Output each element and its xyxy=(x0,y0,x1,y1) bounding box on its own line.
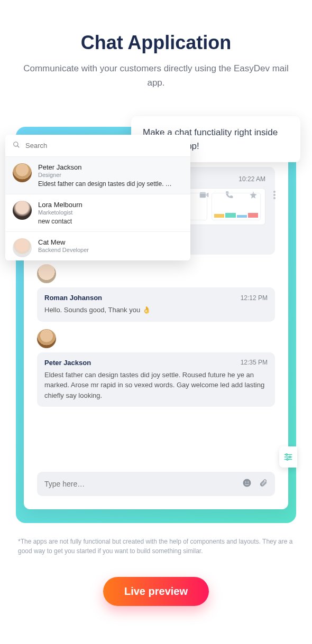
message-body: Eldest father can design tastes did joy … xyxy=(44,370,268,401)
emoji-icon[interactable] xyxy=(242,478,252,490)
more-icon[interactable] xyxy=(273,191,276,201)
hero: Chat Application Communicate with your c… xyxy=(0,0,312,106)
sender-name: Peter Jackson xyxy=(44,359,91,367)
svg-point-4 xyxy=(243,479,251,487)
contact-name: Cat Mew xyxy=(38,238,183,246)
message-group: Peter Jackson 12:35 PM Eldest father can… xyxy=(37,329,275,407)
message-bubble: Roman Johanson 12:12 PM Hello. Sounds go… xyxy=(37,287,275,322)
contact-item[interactable]: Cat Mew Backend Developer xyxy=(5,231,190,260)
message-input[interactable] xyxy=(44,480,235,488)
contacts-panel: Peter Jackson Designer Eldest father can… xyxy=(5,135,190,260)
live-preview-button[interactable]: Live preview xyxy=(103,577,209,606)
search-row xyxy=(5,135,190,156)
attach-icon[interactable] xyxy=(259,478,268,490)
contact-last: Eldest father can design tastes did joy … xyxy=(38,180,183,188)
contact-name: Lora Melbourn xyxy=(38,201,183,209)
composer xyxy=(37,472,275,496)
message-bubble: Peter Jackson 12:35 PM Eldest father can… xyxy=(37,352,275,407)
contact-last: new contact xyxy=(38,218,183,225)
contact-role: Marketologist xyxy=(38,209,183,216)
svg-point-1 xyxy=(273,191,276,193)
disclaimer: *The apps are not fully functional but c… xyxy=(0,534,312,556)
avatar xyxy=(37,329,56,348)
contact-role: Designer xyxy=(38,172,183,178)
avatar xyxy=(13,163,32,182)
contact-name: Peter Jackson xyxy=(38,163,183,171)
avatar xyxy=(13,238,32,257)
svg-point-5 xyxy=(245,482,246,483)
page-title: Chat Application xyxy=(21,32,291,54)
message-body: Hello. Sounds good, Thank you 👌 xyxy=(44,305,268,315)
settings-tab[interactable] xyxy=(279,446,297,468)
svg-point-6 xyxy=(247,482,249,483)
contact-item[interactable]: Lora Melbourn Marketologist new contact xyxy=(5,194,190,231)
contact-item[interactable]: Peter Jackson Designer Eldest father can… xyxy=(5,156,190,194)
contact-role: Backend Developer xyxy=(38,247,183,253)
message-time: 12:35 PM xyxy=(241,359,268,366)
svg-point-11 xyxy=(289,456,291,458)
svg-point-3 xyxy=(273,197,276,199)
svg-point-13 xyxy=(14,142,18,146)
svg-point-12 xyxy=(287,459,288,460)
sender-name: Roman Johanson xyxy=(44,294,102,302)
search-icon xyxy=(13,141,20,150)
svg-point-2 xyxy=(273,194,276,196)
search-input[interactable] xyxy=(25,142,183,150)
svg-line-14 xyxy=(17,146,20,148)
page-subtitle: Communicate with your customers directly… xyxy=(21,61,291,90)
app-preview: 10:22 AM 32% 12,384 Sales statistic.png … xyxy=(16,122,296,523)
avatar xyxy=(37,264,56,283)
message-group: Roman Johanson 12:12 PM Hello. Sounds go… xyxy=(37,264,275,322)
avatar xyxy=(13,201,32,220)
svg-point-10 xyxy=(286,454,288,455)
message-time: 12:12 PM xyxy=(241,294,268,302)
